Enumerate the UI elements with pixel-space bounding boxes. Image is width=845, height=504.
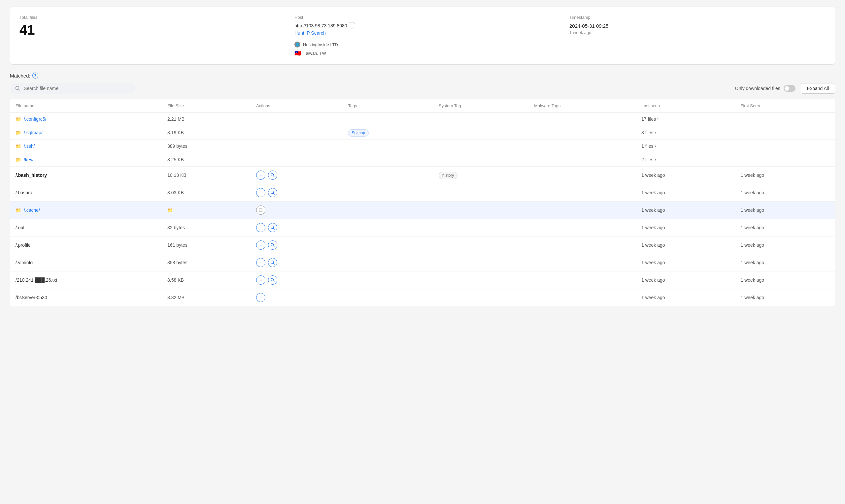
search-action-button[interactable] [268, 170, 277, 180]
col-file-name: File name [10, 99, 162, 112]
malware-tags-cell-7 [529, 219, 636, 236]
chevron-right-icon: › [655, 144, 656, 148]
first-seen-cell-6: 1 week ago [735, 201, 835, 219]
first-seen-cell-2 [735, 140, 835, 153]
file-name-cell-0: 📁/.configrc5/ [10, 112, 162, 126]
file-name-text: /.out [16, 225, 24, 230]
search-action-button[interactable] [268, 188, 277, 197]
file-name-text[interactable]: /.ssh/ [24, 143, 35, 149]
file-table: File name File Size Actions Tags System … [10, 99, 835, 306]
system-tag-cell-6 [434, 201, 529, 219]
dots-action-button[interactable]: ··· [256, 223, 265, 232]
malware-tags-cell-0 [529, 112, 636, 126]
table-row: 📁/key/8.25 KB2 files› [10, 153, 835, 166]
table-row: /.viminfo858 bytes···1 week ago1 week ag… [10, 254, 835, 271]
col-malware-tags: Malware Tags [529, 99, 636, 112]
malware-tags-cell-5 [529, 184, 636, 201]
file-count[interactable]: 1 files› [641, 143, 730, 149]
actions-cell-8: ··· [251, 236, 342, 254]
file-name-cell-9: /.viminfo [10, 254, 162, 271]
file-count[interactable]: 2 files› [641, 157, 730, 162]
only-downloaded-toggle[interactable] [784, 85, 795, 92]
actions-cell-10: ··· [251, 271, 342, 289]
count-text: 2 files [641, 157, 654, 162]
hunt-ip-search-link[interactable]: Hunt IP Search [295, 30, 326, 36]
file-name-text: /210.241.███.26.txt [16, 277, 57, 283]
file-name-text: /.profile [16, 242, 31, 248]
file-size-cell-2: 389 bytes [162, 140, 251, 153]
dots-action-button[interactable]: ··· [256, 170, 265, 180]
actions-cell-11: ··· [251, 289, 342, 306]
dots-action-button[interactable]: ··· [256, 188, 265, 197]
malware-tags-cell-3 [529, 153, 636, 166]
actions-cell-2 [251, 140, 342, 153]
search-action-button[interactable] [268, 258, 277, 267]
timestamp-value: 2024-05-31 09:25 [569, 23, 826, 29]
host-label: Host [295, 15, 550, 20]
col-last-seen: Last seen [636, 99, 735, 112]
system-tag-cell-8 [434, 236, 529, 254]
malware-tags-cell-6 [529, 201, 636, 219]
only-downloaded-container: Only downloaded files [735, 85, 795, 92]
tag-badge: Sqlmap [348, 129, 369, 137]
last-seen-cell-6: 1 week ago [636, 201, 735, 219]
dots-action-button[interactable]: ··· [256, 275, 265, 285]
system-tag-cell-9 [434, 254, 529, 271]
table-row: /.profile161 bytes···1 week ago1 week ag… [10, 236, 835, 254]
malware-tags-cell-8 [529, 236, 636, 254]
actions-cell-1 [251, 126, 342, 140]
file-count[interactable]: 3 files› [641, 130, 730, 135]
file-size-cell-3: 8.25 KB [162, 153, 251, 166]
first-seen-cell-1 [735, 126, 835, 140]
file-name-text[interactable]: /.cache/ [24, 208, 40, 213]
file-size-cell-6: 📁 [162, 201, 251, 219]
file-name-text[interactable]: /.configrc5/ [24, 116, 46, 122]
tags-cell-2 [342, 140, 434, 153]
first-seen-cell-8: 1 week ago [735, 236, 835, 254]
dots-action-button[interactable]: ··· [256, 293, 265, 302]
chevron-right-icon: › [655, 157, 656, 162]
table-row: /210.241.███.26.txt8.58 KB···1 week ago1… [10, 271, 835, 289]
folder-action-button[interactable]: □ [256, 205, 265, 215]
system-tag-cell-0 [434, 112, 529, 126]
search-input[interactable] [24, 86, 130, 91]
size-folder-icon: 📁 [168, 208, 173, 213]
copy-icon[interactable] [350, 23, 355, 29]
system-tag-badge: history [439, 172, 457, 179]
help-icon[interactable]: ? [32, 73, 38, 78]
col-tags: Tags [342, 99, 434, 112]
count-text: 17 files [641, 116, 656, 122]
file-size-cell-1: 8.19 KB [162, 126, 251, 140]
tags-cell-6 [342, 201, 434, 219]
expand-all-button[interactable]: Expand All [801, 83, 835, 94]
search-action-button[interactable] [268, 223, 277, 232]
actions-cell-7: ··· [251, 219, 342, 236]
dots-action-button[interactable]: ··· [256, 240, 265, 250]
dots-action-button[interactable]: ··· [256, 258, 265, 267]
chevron-right-icon: › [655, 130, 656, 135]
first-seen-cell-0 [735, 112, 835, 126]
tags-cell-5 [342, 184, 434, 201]
search-action-button[interactable] [268, 240, 277, 250]
count-text: 1 files [641, 143, 654, 149]
svg-line-7 [273, 228, 275, 230]
file-count[interactable]: 17 files› [641, 116, 730, 122]
file-name-text[interactable]: /.sqlmap/ [24, 130, 42, 135]
file-name-text[interactable]: /key/ [24, 157, 34, 162]
toolbar: Only downloaded files Expand All [10, 83, 835, 94]
host-cell: Host http://103.98.73.189:8080 Hunt IP S… [285, 7, 560, 64]
total-files-value: 41 [19, 23, 276, 37]
last-seen-cell-10: 1 week ago [636, 271, 735, 289]
last-seen-cell-3: 2 files› [636, 153, 735, 166]
last-seen-cell-8: 1 week ago [636, 236, 735, 254]
malware-tags-cell-9 [529, 254, 636, 271]
svg-line-1 [19, 89, 20, 91]
search-box[interactable] [10, 83, 135, 94]
tags-cell-7 [342, 219, 434, 236]
system-tag-cell-7 [434, 219, 529, 236]
actions-cell-4: ··· [251, 166, 342, 184]
system-tag-cell-5 [434, 184, 529, 201]
search-icon [15, 86, 20, 91]
malware-tags-cell-1 [529, 126, 636, 140]
search-action-button[interactable] [268, 275, 277, 285]
